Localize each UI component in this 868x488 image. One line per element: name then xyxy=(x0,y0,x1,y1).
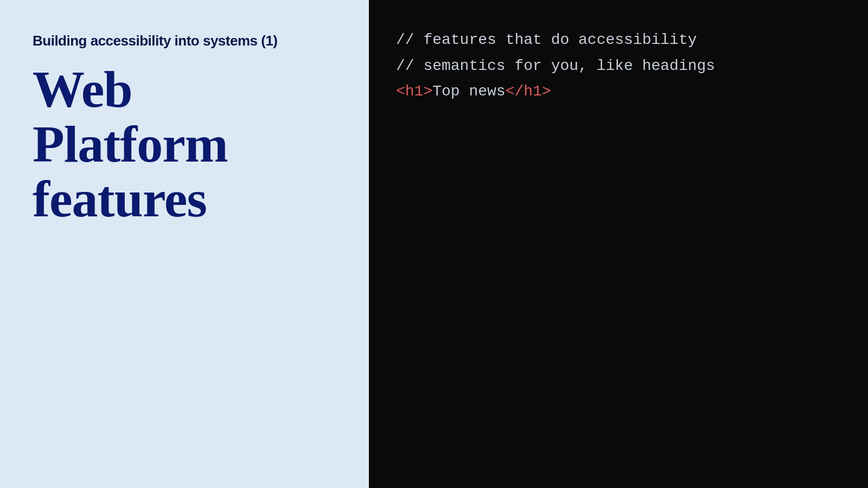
code-comment-2: // semantics for you, like headings xyxy=(396,53,841,79)
slide-main-title: Web Platform features xyxy=(33,62,336,226)
tag-content: Top news xyxy=(432,83,505,100)
code-html-line: <h1>Top news</h1> xyxy=(396,79,841,105)
right-panel: // features that do accessibility // sem… xyxy=(369,0,868,488)
slide-subtitle: Building accessibility into systems (1) xyxy=(33,33,336,49)
open-tag: <h1> xyxy=(396,83,432,100)
code-comment-1: // features that do accessibility xyxy=(396,27,841,53)
title-line1: Web Platform xyxy=(33,60,228,173)
title-line2: features xyxy=(33,170,207,228)
close-tag: </h1> xyxy=(506,83,551,100)
code-block: // features that do accessibility // sem… xyxy=(396,27,841,105)
left-panel: Building accessibility into systems (1) … xyxy=(0,0,369,488)
